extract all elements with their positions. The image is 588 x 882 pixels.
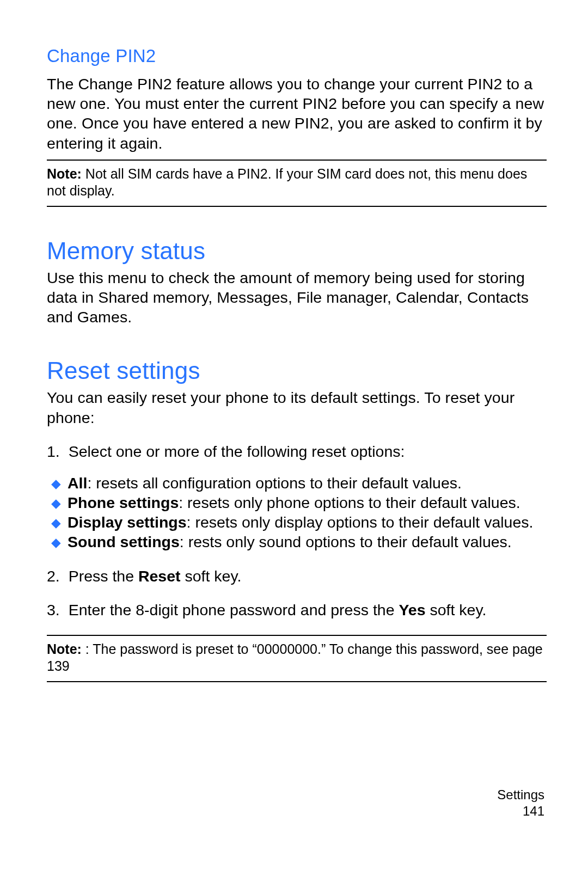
heading-change-pin2: Change PIN2 bbox=[47, 46, 547, 66]
step-text-b: soft key. bbox=[181, 567, 242, 585]
bullet-bold: All bbox=[68, 474, 87, 492]
list-item: ◆Sound settings: rests only sound option… bbox=[46, 532, 547, 552]
step-text: Select one or more of the following rese… bbox=[69, 443, 405, 460]
note-text: : The password is preset to “00000000.” … bbox=[47, 641, 543, 673]
note-reset: Note: : The password is preset to “00000… bbox=[47, 641, 547, 675]
paragraph-reset-intro: You can easily reset your phone to its d… bbox=[47, 388, 547, 427]
step-number: 2. bbox=[47, 567, 60, 585]
heading-memory-status: Memory status bbox=[47, 237, 547, 265]
page-footer: Settings 141 bbox=[497, 787, 544, 819]
diamond-bullet-icon: ◆ bbox=[51, 495, 68, 511]
note-label: Note: bbox=[47, 641, 82, 657]
step-bold: Yes bbox=[399, 601, 425, 618]
list-item: ◆Display settings: resets only display o… bbox=[46, 512, 547, 532]
step-bold: Reset bbox=[138, 567, 181, 585]
note-text: Not all SIM cards have a PIN2. If your S… bbox=[47, 166, 527, 198]
step-number: 3. bbox=[47, 601, 60, 618]
step-text-a: Press the bbox=[69, 567, 138, 585]
footer-section: Settings bbox=[497, 787, 544, 803]
footer-page-number: 141 bbox=[497, 803, 544, 819]
bullet-text: : resets only phone options to their def… bbox=[179, 494, 520, 511]
bullet-list: ◆All: resets all configuration options t… bbox=[47, 473, 547, 552]
diamond-bullet-icon: ◆ bbox=[51, 535, 68, 550]
divider bbox=[47, 206, 547, 207]
paragraph-memory-status: Use this menu to check the amount of mem… bbox=[47, 268, 547, 327]
list-item: ◆Phone settings: resets only phone optio… bbox=[46, 493, 547, 512]
heading-reset-settings: Reset settings bbox=[47, 357, 547, 384]
list-item: 2. Press the Reset soft key. bbox=[47, 566, 547, 586]
step-text-b: soft key. bbox=[426, 601, 487, 618]
note-label: Note: bbox=[47, 166, 82, 181]
paragraph-change-pin2: The Change PIN2 feature allows you to ch… bbox=[47, 74, 547, 153]
bullet-text: : resets all configuration options to th… bbox=[87, 474, 462, 492]
divider bbox=[47, 160, 547, 161]
list-item: 3. Enter the 8-digit phone password and … bbox=[47, 600, 547, 620]
step-number: 1. bbox=[47, 443, 60, 460]
bullet-text: : resets only display options to their d… bbox=[187, 513, 534, 531]
bullet-bold: Display settings bbox=[68, 513, 187, 531]
bullet-text: : rests only sound options to their defa… bbox=[180, 533, 512, 550]
bullet-bold: Sound settings bbox=[68, 533, 180, 550]
note-pin2: Note: Not all SIM cards have a PIN2. If … bbox=[47, 166, 547, 199]
divider bbox=[47, 635, 547, 636]
divider bbox=[47, 681, 547, 682]
bullet-bold: Phone settings bbox=[68, 494, 179, 511]
diamond-bullet-icon: ◆ bbox=[51, 476, 68, 492]
diamond-bullet-icon: ◆ bbox=[51, 515, 68, 531]
list-item: 1. Select one or more of the following r… bbox=[47, 442, 547, 461]
list-item: ◆All: resets all configuration options t… bbox=[46, 473, 547, 493]
step-text-a: Enter the 8-digit phone password and pre… bbox=[69, 601, 399, 618]
